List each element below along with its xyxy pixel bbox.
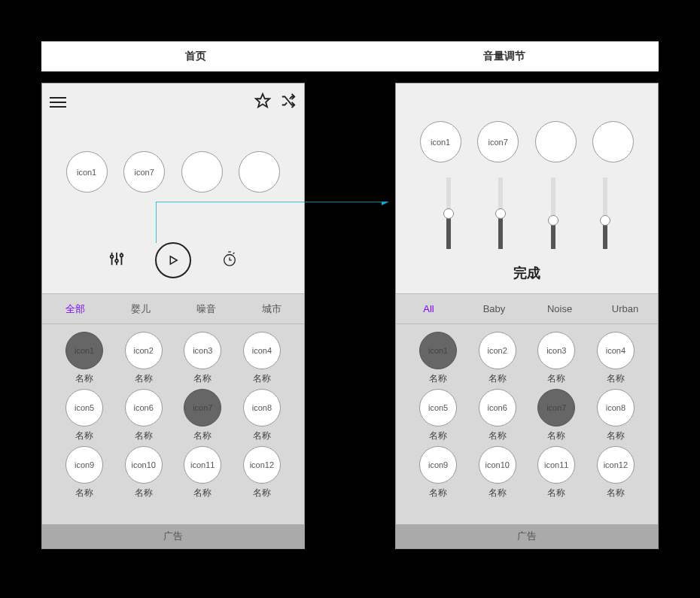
sound-item[interactable]: icon11名称: [178, 446, 227, 499]
sound-item[interactable]: icon6名称: [473, 389, 522, 442]
sound-item[interactable]: icon5名称: [414, 389, 463, 442]
sound-item[interactable]: icon10名称: [473, 446, 522, 499]
sound-icon: icon5: [419, 389, 457, 426]
sound-icon: icon4: [243, 332, 281, 369]
svg-marker-7: [170, 257, 177, 265]
tab-baby[interactable]: 婴儿: [108, 294, 173, 323]
active-sound[interactable]: icon1: [420, 121, 461, 162]
sound-icon: icon2: [125, 332, 163, 369]
sound-icon: icon5: [65, 389, 103, 426]
screen-labels: 首页 音量调节: [41, 41, 659, 71]
tab-urban[interactable]: Urban: [592, 294, 658, 323]
sound-icon: icon8: [243, 389, 281, 426]
sound-grid: icon1名称icon2名称icon3名称icon4名称icon5名称icon6…: [42, 324, 304, 526]
sound-icon: icon4: [597, 332, 635, 369]
sound-item[interactable]: icon1名称: [60, 332, 109, 385]
sound-icon: icon3: [537, 332, 575, 369]
volume-section: icon1 icon7 完成: [396, 83, 658, 294]
sound-label: 名称: [135, 487, 153, 499]
sound-item[interactable]: icon11名称: [532, 446, 581, 499]
screen-volume: icon1 icon7 完成 All Baby Noise Urban icon…: [395, 83, 659, 549]
svg-marker-0: [256, 94, 269, 107]
ad-banner[interactable]: 广告: [42, 524, 304, 548]
ad-banner[interactable]: 广告: [396, 524, 658, 548]
active-sound[interactable]: icon7: [477, 121, 519, 162]
sound-label: 名称: [429, 372, 447, 385]
active-sound[interactable]: icon7: [123, 151, 165, 193]
sound-item[interactable]: icon2名称: [473, 332, 522, 385]
label-volume: 音量调节: [350, 41, 659, 71]
active-sounds-row: icon1 icon7: [42, 151, 304, 193]
shuffle-icon[interactable]: [280, 93, 297, 112]
sound-item[interactable]: icon8名称: [237, 389, 286, 442]
sound-label: 名称: [488, 372, 507, 385]
sound-item[interactable]: icon9名称: [414, 446, 463, 499]
toolbar: [50, 91, 297, 114]
sound-item[interactable]: icon2名称: [119, 332, 168, 385]
sound-item[interactable]: icon5名称: [60, 389, 109, 442]
sound-item[interactable]: icon3名称: [532, 332, 581, 385]
tab-baby[interactable]: Baby: [461, 294, 527, 323]
tab-urban[interactable]: 城市: [239, 294, 304, 323]
sound-icon: icon9: [65, 446, 103, 484]
sound-icon: icon2: [479, 332, 516, 369]
active-sound[interactable]: [181, 151, 223, 193]
sound-icon: icon7: [537, 389, 575, 426]
sound-item[interactable]: icon12名称: [237, 446, 286, 499]
sound-item[interactable]: icon8名称: [591, 389, 640, 442]
active-sound[interactable]: [535, 121, 577, 162]
sound-item[interactable]: icon1名称: [414, 332, 463, 385]
sound-item[interactable]: icon10名称: [119, 446, 168, 499]
volume-slider[interactable]: [546, 178, 561, 249]
player-controls: [42, 242, 304, 278]
tab-all[interactable]: 全部: [42, 294, 108, 323]
sound-label: 名称: [488, 487, 507, 499]
volume-slider[interactable]: [598, 178, 613, 249]
done-button[interactable]: 完成: [396, 264, 658, 282]
sound-item[interactable]: icon6名称: [119, 389, 168, 442]
svg-point-6: [120, 254, 123, 257]
sound-item[interactable]: icon12名称: [591, 446, 640, 499]
sound-icon: icon8: [597, 389, 635, 426]
volume-slider[interactable]: [441, 178, 456, 249]
svg-marker-9: [382, 202, 389, 205]
tab-all[interactable]: All: [396, 294, 461, 323]
sound-label: 名称: [547, 430, 565, 442]
svg-point-2: [111, 255, 114, 258]
sound-item[interactable]: icon3名称: [178, 332, 227, 385]
sound-label: 名称: [607, 430, 625, 442]
timer-icon[interactable]: [221, 250, 238, 270]
tab-noise[interactable]: Noise: [527, 294, 592, 323]
favorite-icon[interactable]: [254, 93, 271, 112]
sound-label: 名称: [547, 487, 565, 499]
sound-icon: icon10: [125, 446, 163, 484]
sound-item[interactable]: icon7名称: [178, 389, 227, 442]
sound-icon: icon12: [243, 446, 281, 484]
mixer-icon[interactable]: [108, 250, 125, 270]
sound-icon: icon12: [597, 446, 635, 484]
label-home: 首页: [41, 41, 350, 71]
sound-item[interactable]: icon4名称: [591, 332, 640, 385]
tab-noise[interactable]: 噪音: [173, 294, 239, 323]
screen-home: icon1 icon7 全部 婴儿 噪音 城市 icon1名称icon2名称ic…: [41, 83, 305, 549]
sound-item[interactable]: icon9名称: [60, 446, 109, 499]
sound-icon: icon1: [419, 332, 457, 369]
sound-icon: icon9: [419, 446, 457, 484]
active-sound[interactable]: [592, 121, 634, 162]
active-sounds-row: icon1 icon7: [396, 121, 658, 162]
sound-item[interactable]: icon4名称: [237, 332, 286, 385]
play-button[interactable]: [155, 242, 191, 278]
sound-icon: icon11: [184, 446, 221, 484]
active-sound[interactable]: [239, 151, 280, 193]
sound-icon: icon10: [479, 446, 516, 484]
menu-icon[interactable]: [50, 94, 66, 111]
category-tabs: All Baby Noise Urban: [396, 294, 658, 324]
sound-item[interactable]: icon7名称: [532, 389, 581, 442]
sound-label: 名称: [135, 372, 153, 385]
volume-slider[interactable]: [493, 178, 508, 249]
active-sound[interactable]: icon1: [66, 151, 108, 193]
sound-label: 名称: [488, 430, 507, 442]
sound-label: 名称: [253, 430, 271, 442]
sound-icon: icon7: [184, 389, 221, 426]
player-section: icon1 icon7: [42, 83, 304, 294]
